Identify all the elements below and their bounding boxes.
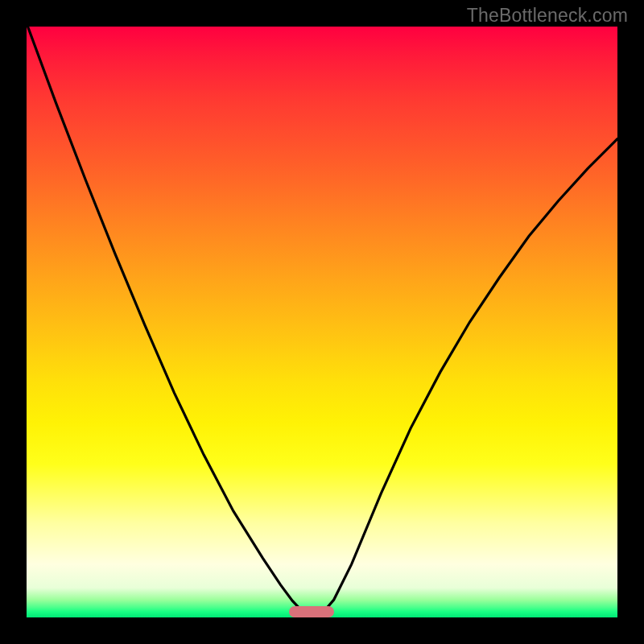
watermark-text: TheBottleneck.com [467,5,628,27]
left-curve [28,27,308,615]
plot-area [27,27,617,617]
outer-frame: TheBottleneck.com [0,0,644,644]
optimum-marker [289,606,334,617]
right-curve [321,139,618,616]
curves-layer [27,27,617,617]
